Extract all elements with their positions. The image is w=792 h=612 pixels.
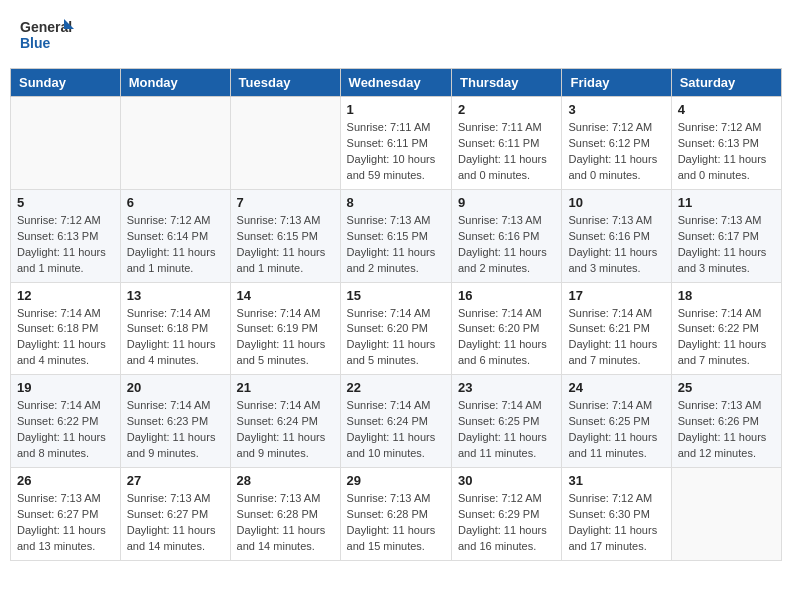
day-info: Sunrise: 7:13 AM Sunset: 6:16 PM Dayligh… [458, 213, 555, 277]
day-number: 4 [678, 102, 775, 117]
day-number: 7 [237, 195, 334, 210]
calendar-week-row: 12Sunrise: 7:14 AM Sunset: 6:18 PM Dayli… [11, 282, 782, 375]
calendar-cell: 31Sunrise: 7:12 AM Sunset: 6:30 PM Dayli… [562, 468, 671, 561]
day-info: Sunrise: 7:14 AM Sunset: 6:24 PM Dayligh… [347, 398, 445, 462]
calendar-week-row: 1Sunrise: 7:11 AM Sunset: 6:11 PM Daylig… [11, 97, 782, 190]
day-number: 12 [17, 288, 114, 303]
calendar-cell: 1Sunrise: 7:11 AM Sunset: 6:11 PM Daylig… [340, 97, 451, 190]
day-number: 20 [127, 380, 224, 395]
calendar-cell: 6Sunrise: 7:12 AM Sunset: 6:14 PM Daylig… [120, 189, 230, 282]
day-number: 23 [458, 380, 555, 395]
day-info: Sunrise: 7:14 AM Sunset: 6:22 PM Dayligh… [678, 306, 775, 370]
calendar-cell: 27Sunrise: 7:13 AM Sunset: 6:27 PM Dayli… [120, 468, 230, 561]
calendar-cell: 11Sunrise: 7:13 AM Sunset: 6:17 PM Dayli… [671, 189, 781, 282]
weekday-header-row: SundayMondayTuesdayWednesdayThursdayFrid… [11, 69, 782, 97]
day-number: 16 [458, 288, 555, 303]
day-number: 11 [678, 195, 775, 210]
day-number: 31 [568, 473, 664, 488]
day-info: Sunrise: 7:12 AM Sunset: 6:13 PM Dayligh… [17, 213, 114, 277]
day-info: Sunrise: 7:13 AM Sunset: 6:26 PM Dayligh… [678, 398, 775, 462]
calendar-cell: 18Sunrise: 7:14 AM Sunset: 6:22 PM Dayli… [671, 282, 781, 375]
calendar-cell: 14Sunrise: 7:14 AM Sunset: 6:19 PM Dayli… [230, 282, 340, 375]
day-info: Sunrise: 7:14 AM Sunset: 6:25 PM Dayligh… [568, 398, 664, 462]
weekday-header: Monday [120, 69, 230, 97]
day-number: 9 [458, 195, 555, 210]
day-info: Sunrise: 7:11 AM Sunset: 6:11 PM Dayligh… [458, 120, 555, 184]
day-number: 24 [568, 380, 664, 395]
day-info: Sunrise: 7:14 AM Sunset: 6:18 PM Dayligh… [127, 306, 224, 370]
calendar-week-row: 5Sunrise: 7:12 AM Sunset: 6:13 PM Daylig… [11, 189, 782, 282]
calendar-week-row: 19Sunrise: 7:14 AM Sunset: 6:22 PM Dayli… [11, 375, 782, 468]
day-info: Sunrise: 7:12 AM Sunset: 6:30 PM Dayligh… [568, 491, 664, 555]
day-number: 3 [568, 102, 664, 117]
calendar-cell: 7Sunrise: 7:13 AM Sunset: 6:15 PM Daylig… [230, 189, 340, 282]
calendar-cell: 9Sunrise: 7:13 AM Sunset: 6:16 PM Daylig… [452, 189, 562, 282]
day-number: 6 [127, 195, 224, 210]
weekday-header: Tuesday [230, 69, 340, 97]
calendar-cell: 3Sunrise: 7:12 AM Sunset: 6:12 PM Daylig… [562, 97, 671, 190]
day-number: 14 [237, 288, 334, 303]
day-info: Sunrise: 7:13 AM Sunset: 6:17 PM Dayligh… [678, 213, 775, 277]
calendar-cell: 23Sunrise: 7:14 AM Sunset: 6:25 PM Dayli… [452, 375, 562, 468]
day-info: Sunrise: 7:14 AM Sunset: 6:23 PM Dayligh… [127, 398, 224, 462]
calendar-cell: 21Sunrise: 7:14 AM Sunset: 6:24 PM Dayli… [230, 375, 340, 468]
day-number: 21 [237, 380, 334, 395]
day-info: Sunrise: 7:13 AM Sunset: 6:15 PM Dayligh… [237, 213, 334, 277]
page-header: General Blue [10, 10, 782, 58]
day-info: Sunrise: 7:12 AM Sunset: 6:12 PM Dayligh… [568, 120, 664, 184]
day-number: 29 [347, 473, 445, 488]
weekday-header: Friday [562, 69, 671, 97]
day-info: Sunrise: 7:13 AM Sunset: 6:28 PM Dayligh… [347, 491, 445, 555]
day-info: Sunrise: 7:14 AM Sunset: 6:21 PM Dayligh… [568, 306, 664, 370]
calendar-cell: 30Sunrise: 7:12 AM Sunset: 6:29 PM Dayli… [452, 468, 562, 561]
day-info: Sunrise: 7:12 AM Sunset: 6:14 PM Dayligh… [127, 213, 224, 277]
calendar-cell [671, 468, 781, 561]
calendar-cell: 19Sunrise: 7:14 AM Sunset: 6:22 PM Dayli… [11, 375, 121, 468]
day-info: Sunrise: 7:14 AM Sunset: 6:18 PM Dayligh… [17, 306, 114, 370]
day-info: Sunrise: 7:13 AM Sunset: 6:27 PM Dayligh… [17, 491, 114, 555]
calendar-cell [120, 97, 230, 190]
day-info: Sunrise: 7:11 AM Sunset: 6:11 PM Dayligh… [347, 120, 445, 184]
day-number: 1 [347, 102, 445, 117]
calendar-cell: 13Sunrise: 7:14 AM Sunset: 6:18 PM Dayli… [120, 282, 230, 375]
day-number: 25 [678, 380, 775, 395]
day-number: 26 [17, 473, 114, 488]
day-info: Sunrise: 7:14 AM Sunset: 6:20 PM Dayligh… [458, 306, 555, 370]
day-number: 19 [17, 380, 114, 395]
day-info: Sunrise: 7:13 AM Sunset: 6:27 PM Dayligh… [127, 491, 224, 555]
calendar-cell: 8Sunrise: 7:13 AM Sunset: 6:15 PM Daylig… [340, 189, 451, 282]
calendar-cell: 16Sunrise: 7:14 AM Sunset: 6:20 PM Dayli… [452, 282, 562, 375]
day-number: 8 [347, 195, 445, 210]
day-info: Sunrise: 7:14 AM Sunset: 6:20 PM Dayligh… [347, 306, 445, 370]
day-number: 13 [127, 288, 224, 303]
calendar-cell: 12Sunrise: 7:14 AM Sunset: 6:18 PM Dayli… [11, 282, 121, 375]
calendar-cell: 15Sunrise: 7:14 AM Sunset: 6:20 PM Dayli… [340, 282, 451, 375]
day-number: 22 [347, 380, 445, 395]
weekday-header: Thursday [452, 69, 562, 97]
calendar-table: SundayMondayTuesdayWednesdayThursdayFrid… [10, 68, 782, 561]
calendar-cell: 25Sunrise: 7:13 AM Sunset: 6:26 PM Dayli… [671, 375, 781, 468]
logo: General Blue [20, 15, 75, 53]
calendar-cell: 22Sunrise: 7:14 AM Sunset: 6:24 PM Dayli… [340, 375, 451, 468]
day-info: Sunrise: 7:14 AM Sunset: 6:19 PM Dayligh… [237, 306, 334, 370]
weekday-header: Wednesday [340, 69, 451, 97]
calendar-cell: 29Sunrise: 7:13 AM Sunset: 6:28 PM Dayli… [340, 468, 451, 561]
day-number: 2 [458, 102, 555, 117]
weekday-header: Saturday [671, 69, 781, 97]
day-number: 5 [17, 195, 114, 210]
day-info: Sunrise: 7:12 AM Sunset: 6:13 PM Dayligh… [678, 120, 775, 184]
day-number: 28 [237, 473, 334, 488]
calendar-week-row: 26Sunrise: 7:13 AM Sunset: 6:27 PM Dayli… [11, 468, 782, 561]
day-info: Sunrise: 7:13 AM Sunset: 6:16 PM Dayligh… [568, 213, 664, 277]
day-info: Sunrise: 7:14 AM Sunset: 6:25 PM Dayligh… [458, 398, 555, 462]
day-info: Sunrise: 7:14 AM Sunset: 6:22 PM Dayligh… [17, 398, 114, 462]
calendar-cell: 4Sunrise: 7:12 AM Sunset: 6:13 PM Daylig… [671, 97, 781, 190]
logo-svg: General Blue [20, 15, 75, 53]
calendar-cell: 5Sunrise: 7:12 AM Sunset: 6:13 PM Daylig… [11, 189, 121, 282]
calendar-cell: 2Sunrise: 7:11 AM Sunset: 6:11 PM Daylig… [452, 97, 562, 190]
day-info: Sunrise: 7:13 AM Sunset: 6:15 PM Dayligh… [347, 213, 445, 277]
day-info: Sunrise: 7:14 AM Sunset: 6:24 PM Dayligh… [237, 398, 334, 462]
day-number: 30 [458, 473, 555, 488]
calendar-cell: 26Sunrise: 7:13 AM Sunset: 6:27 PM Dayli… [11, 468, 121, 561]
calendar-cell [230, 97, 340, 190]
